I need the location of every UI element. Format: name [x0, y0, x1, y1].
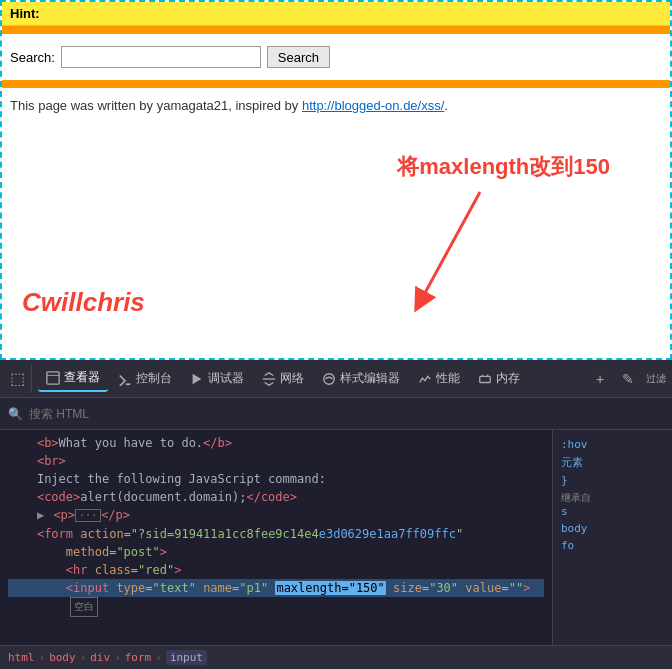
filter-label: 过滤 — [646, 372, 666, 386]
devtools-search-bar: 🔍 — [0, 398, 672, 430]
devtools-breadcrumb: html › body › div › form › input — [0, 645, 672, 669]
svg-marker-5 — [193, 373, 202, 384]
brace-item: } — [561, 474, 664, 487]
breadcrumb-input[interactable]: input — [166, 650, 207, 665]
devtools-toolbar: ⬚ 查看器 控制台 调试器 网络 样式编辑器 性能 内存 — [0, 360, 672, 398]
inherited-label: 继承自 — [561, 491, 664, 505]
body-item: body — [561, 522, 664, 535]
fo-item: fo — [561, 539, 664, 552]
search-button[interactable]: Search — [267, 46, 330, 68]
html-line: <b>What you have to do.</b> — [8, 434, 544, 452]
annotation-text: 将maxlength改到150 — [397, 152, 610, 182]
devtools-search-icon: 🔍 — [8, 407, 23, 421]
svg-rect-2 — [47, 371, 59, 383]
html-line: method="post"> — [8, 543, 544, 561]
pick-element-button[interactable]: ✎ — [616, 367, 640, 391]
hint-bar: Hint: — [2, 2, 670, 26]
breadcrumb-div[interactable]: div — [90, 651, 110, 664]
html-line-selected[interactable]: <input type="text" name="p1" maxlength="… — [8, 579, 544, 597]
tab-style-editor[interactable]: 样式编辑器 — [314, 366, 408, 391]
svg-point-7 — [324, 373, 335, 384]
hint-label: Hint: — [10, 6, 40, 21]
html-line: <br> — [8, 452, 544, 470]
s-item: s — [561, 505, 664, 518]
orange-bar-top — [2, 26, 670, 34]
devtools-inspect-icon[interactable]: ⬚ — [4, 365, 32, 393]
html-line[interactable]: ▶ <p>···</p> — [8, 506, 544, 525]
hover-item[interactable]: :hov — [561, 438, 664, 451]
credit-text: This page was written by yamagata21, ins… — [10, 98, 302, 113]
devtools-toolbar-right: + ✎ 过滤 — [588, 367, 668, 391]
cwillchris-label: Cwillchris — [22, 287, 145, 318]
tab-debugger[interactable]: 调试器 — [182, 366, 252, 391]
html-line-badge: 空白 — [8, 597, 544, 617]
breadcrumb-html[interactable]: html — [8, 651, 35, 664]
filter-button[interactable]: 过滤 — [644, 367, 668, 391]
html-panel: <b>What you have to do.</b> <br> Inject … — [0, 430, 672, 645]
tab-network[interactable]: 网络 — [254, 366, 312, 391]
add-element-button[interactable]: + — [588, 367, 612, 391]
svg-line-1 — [420, 192, 480, 302]
devtools-panel: ⬚ 查看器 控制台 调试器 网络 样式编辑器 性能 内存 — [0, 360, 672, 669]
styles-panel: :hov 元素 } 继承自 s body fo — [552, 430, 672, 645]
tab-memory[interactable]: 内存 — [470, 366, 528, 391]
page-area: Hint: Search: Search This page was writt… — [0, 0, 672, 360]
breadcrumb-body[interactable]: body — [49, 651, 76, 664]
search-input[interactable] — [61, 46, 261, 68]
credit-link[interactable]: http://blogged-on.de/xss/ — [302, 98, 444, 113]
html-line: <hr class="red"> — [8, 561, 544, 579]
credit-suffix: . — [444, 98, 448, 113]
html-content: <b>What you have to do.</b> <br> Inject … — [0, 430, 552, 645]
breadcrumb-form[interactable]: form — [125, 651, 152, 664]
search-row: Search: Search — [2, 34, 670, 80]
tab-console[interactable]: 控制台 — [110, 366, 180, 391]
tab-inspector[interactable]: 查看器 — [38, 365, 108, 392]
search-label: Search: — [10, 50, 55, 65]
devtools-html-search[interactable] — [29, 407, 664, 421]
annotation-arrow — [390, 182, 510, 322]
element-item: 元素 — [561, 455, 664, 470]
tab-performance[interactable]: 性能 — [410, 366, 468, 391]
html-line: Inject the following JavaScript command: — [8, 470, 544, 488]
html-line: <form action="?sid=919411a1cc8fee9c14e4e… — [8, 525, 544, 543]
page-credit: This page was written by yamagata21, ins… — [2, 88, 670, 123]
svg-rect-8 — [480, 376, 491, 382]
empty-badge: 空白 — [70, 597, 98, 617]
html-line: <code>alert(document.domain);</code> — [8, 488, 544, 506]
orange-bar-bottom — [2, 80, 670, 88]
